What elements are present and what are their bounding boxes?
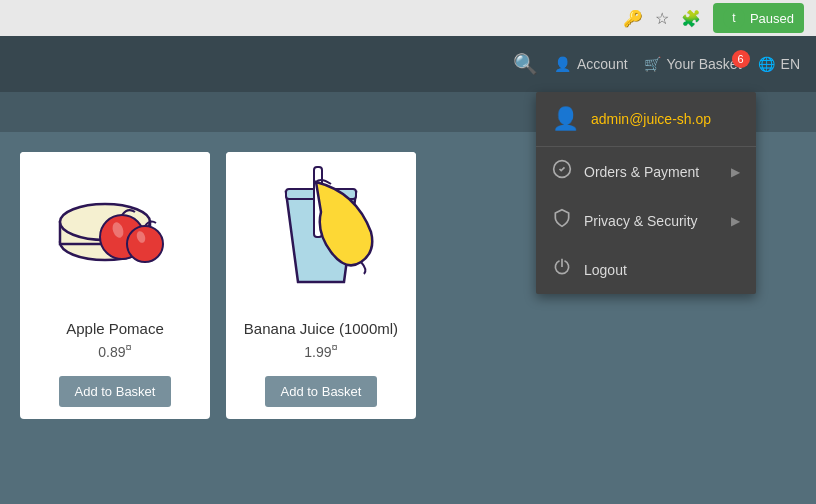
dropdown-email-row: 👤 admin@juice-sh.op [536, 92, 756, 147]
account-icon: 👤 [554, 56, 571, 72]
user-email: admin@juice-sh.op [591, 111, 711, 127]
basket-icon: 🛒 [644, 56, 661, 72]
apple-pomace-name: Apple Pomace [58, 312, 172, 339]
basket-badge: 6 [732, 50, 750, 68]
paused-label: Paused [750, 11, 794, 26]
svg-point-7 [127, 226, 163, 262]
power-icon [552, 257, 572, 282]
key-icon[interactable]: 🔑 [623, 9, 643, 28]
search-button[interactable]: 🔍 [513, 52, 538, 76]
banana-juice-image-area [226, 152, 416, 312]
banana-juice-currency: ¤ [332, 341, 338, 353]
search-icon: 🔍 [513, 52, 538, 76]
paused-button[interactable]: t Paused [713, 3, 804, 33]
apple-pomace-image-area [20, 152, 210, 312]
apple-pomace-price-value: 0.89 [98, 344, 125, 360]
product-card-apple-pomace: Apple Pomace 0.89¤ Add to Basket [20, 152, 210, 419]
user-circle-icon: 👤 [552, 106, 579, 132]
dropdown-item-privacy[interactable]: Privacy & Security ▶ [536, 196, 756, 245]
language-button[interactable]: 🌐 EN [758, 56, 800, 72]
language-label: EN [781, 56, 800, 72]
check-circle-icon [552, 159, 572, 184]
account-button[interactable]: 👤 Account [554, 56, 628, 72]
basket-wrapper: 🛒 Your Basket 6 [644, 56, 742, 72]
product-card-banana-juice: Banana Juice (1000ml) 1.99¤ Add to Baske… [226, 152, 416, 419]
dropdown-item-orders[interactable]: Orders & Payment ▶ [536, 147, 756, 196]
privacy-label: Privacy & Security [584, 213, 719, 229]
dropdown-item-logout[interactable]: Logout [536, 245, 756, 294]
banana-juice-price-value: 1.99 [304, 344, 331, 360]
privacy-arrow-icon: ▶ [731, 214, 740, 228]
orders-label: Orders & Payment [584, 164, 719, 180]
star-icon[interactable]: ☆ [655, 9, 669, 28]
browser-bar: 🔑 ☆ 🧩 t Paused [0, 0, 816, 36]
extension-icon[interactable]: 🧩 [681, 9, 701, 28]
main-content: 👤 admin@juice-sh.op Orders & Payment ▶ P… [0, 92, 816, 504]
app-header: 🔍 👤 Account 🛒 Your Basket 6 🌐 EN [0, 36, 816, 92]
basket-label: Your Basket [667, 56, 742, 72]
apple-pomace-price: 0.89¤ [90, 339, 139, 368]
user-avatar: t [723, 7, 745, 29]
globe-icon: 🌐 [758, 56, 775, 72]
logout-label: Logout [584, 262, 740, 278]
account-label: Account [577, 56, 628, 72]
account-dropdown: 👤 admin@juice-sh.op Orders & Payment ▶ P… [536, 92, 756, 294]
orders-arrow-icon: ▶ [731, 165, 740, 179]
apple-pomace-image [50, 162, 180, 302]
shield-icon [552, 208, 572, 233]
apple-pomace-currency: ¤ [126, 341, 132, 353]
add-banana-juice-button[interactable]: Add to Basket [265, 376, 378, 407]
basket-button[interactable]: 🛒 Your Basket [644, 56, 742, 72]
add-apple-pomace-button[interactable]: Add to Basket [59, 376, 172, 407]
banana-juice-name: Banana Juice (1000ml) [236, 312, 406, 339]
banana-juice-price: 1.99¤ [296, 339, 345, 368]
banana-juice-image [256, 162, 386, 302]
